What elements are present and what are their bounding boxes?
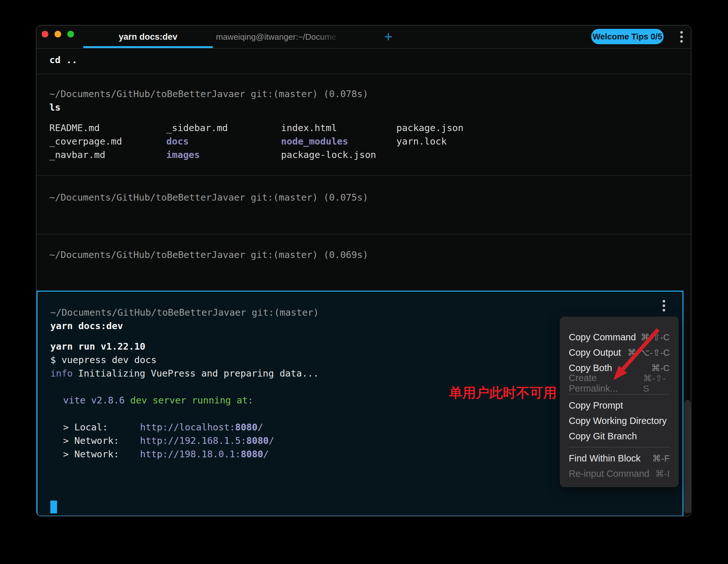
- minimize-window-button[interactable]: [54, 31, 61, 37]
- window-menu-kebab-icon[interactable]: [676, 29, 687, 44]
- server-url[interactable]: http://198.18.0.1:8080/: [140, 447, 269, 461]
- annotation-text: 单用户此时不可用: [449, 384, 557, 402]
- file-name: yarn.lock: [396, 135, 447, 148]
- file-name: _navbar.md: [49, 148, 166, 162]
- zoom-window-button[interactable]: [67, 31, 74, 37]
- command-text: ls: [49, 101, 691, 114]
- file-name: index.html: [281, 121, 396, 135]
- plus-icon: +: [384, 28, 393, 45]
- annotation-arrow-icon: [602, 323, 666, 387]
- command-block-empty-2[interactable]: ~/Documents/GitHub/toBeBetterJavaer git:…: [37, 235, 691, 291]
- tab-label-fade: [319, 26, 344, 47]
- prompt-line: ~/Documents/GitHub/toBeBetterJavaer git:…: [49, 191, 691, 204]
- menu-item-find-within-block[interactable]: Find Within Block ⌘-F: [560, 451, 679, 466]
- tab-yarn-docs-dev[interactable]: yarn docs:dev: [83, 26, 213, 48]
- traffic-lights: [42, 31, 74, 37]
- vite-version: vite v2.8.6: [63, 395, 125, 406]
- info-tag: info: [50, 368, 73, 379]
- file-name: _sidebar.md: [166, 121, 281, 135]
- server-url[interactable]: http://localhost:8080/: [140, 420, 263, 434]
- server-label: > Network:: [63, 434, 140, 447]
- menu-item-copy-prompt[interactable]: Copy Prompt: [560, 398, 679, 413]
- terminal-cursor: [50, 501, 57, 513]
- file-name: _coverpage.md: [49, 135, 166, 148]
- shortcut-label: ⌘-F: [652, 453, 670, 464]
- ls-output-row: README.md _sidebar.md index.html package…: [49, 121, 691, 135]
- prompt-line: ~/Documents/GitHub/toBeBetterJavaer git:…: [49, 248, 691, 261]
- command-block-empty-1[interactable]: ~/Documents/GitHub/toBeBetterJavaer git:…: [37, 176, 691, 235]
- vite-status: dev server running at:: [130, 395, 253, 406]
- directory-name: images: [166, 148, 281, 162]
- menu-divider: [569, 447, 670, 447]
- command-text: cd ..: [49, 53, 691, 67]
- server-label: > Local:: [63, 420, 140, 434]
- ls-output-row: _navbar.md images package-lock.json: [49, 148, 691, 162]
- active-tab-underline: [83, 46, 213, 48]
- file-name: package-lock.json: [281, 148, 396, 162]
- new-tab-button[interactable]: +: [380, 26, 397, 47]
- server-port: 8080: [246, 435, 269, 446]
- ls-output-row: _coverpage.md docs node_modules yarn.loc…: [49, 135, 691, 148]
- directory-name: docs: [166, 135, 281, 148]
- welcome-tips-button[interactable]: Welcome Tips 0/5: [591, 29, 664, 44]
- menu-item-copy-working-directory[interactable]: Copy Working Directory: [560, 413, 679, 428]
- file-name: package.json: [396, 121, 464, 135]
- server-label: > Network:: [63, 447, 140, 461]
- directory-name: node_modules: [281, 135, 396, 148]
- prompt-line: ~/Documents/GitHub/toBeBetterJavaer git:…: [49, 87, 691, 101]
- command-block-cd[interactable]: cd ..: [37, 49, 691, 74]
- server-url[interactable]: http://192.168.1.5:8080/: [140, 434, 274, 447]
- block-menu-kebab-icon[interactable]: [660, 300, 668, 311]
- info-text: Initializing VuePress and preparing data…: [78, 368, 319, 379]
- file-name: README.md: [49, 121, 166, 135]
- shortcut-label: ⌘-I: [655, 469, 670, 479]
- vertical-scrollbar-thumb[interactable]: [684, 400, 691, 513]
- menu-divider: [569, 394, 670, 394]
- menu-item-copy-git-branch[interactable]: Copy Git Branch: [560, 428, 679, 444]
- server-port: 8080: [241, 449, 263, 460]
- close-window-button[interactable]: [42, 31, 48, 37]
- tab-label: yarn docs:dev: [119, 32, 177, 42]
- command-block-ls[interactable]: ~/Documents/GitHub/toBeBetterJavaer git:…: [37, 74, 691, 176]
- welcome-tips-label: Welcome Tips 0/5: [592, 32, 662, 42]
- tab-bar: yarn docs:dev maweiqing@itwanger:~/Docum…: [37, 26, 691, 49]
- server-port: 8080: [235, 422, 258, 433]
- menu-item-reinput-command: Re-input Command ⌘-I: [560, 466, 679, 481]
